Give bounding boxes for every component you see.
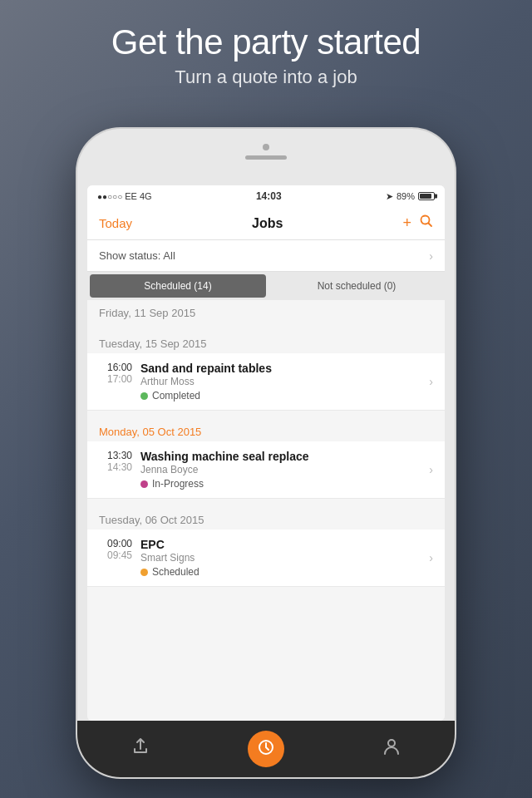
battery-fill [420, 194, 431, 199]
phone-notch [245, 144, 287, 160]
status-bar: ●●○○○ EE 4G 14:03 ➤ 89% [87, 185, 445, 207]
spacer-1 [87, 411, 445, 419]
status-left: ●●○○○ EE 4G [97, 191, 152, 201]
section-header-tue06: Tuesday, 06 Oct 2015 [87, 507, 445, 530]
signal-dots: ●●○○○ [97, 192, 122, 201]
jobs-scroll-area[interactable]: Friday, 11 Sep 2015 Tuesday, 15 Sep 2015… [87, 300, 445, 721]
page-title: Jobs [252, 216, 283, 231]
section-header-mon05: Monday, 05 Oct 2015 [87, 419, 445, 441]
promo-subheadline: Turn a quote into a job [0, 66, 532, 88]
battery-pct: 89% [397, 191, 415, 201]
nav-icons: + [402, 214, 433, 232]
job-start-washing: 13:30 [107, 450, 132, 461]
job-title-sand: Sand and repaint tables [140, 362, 421, 375]
job-start-epc: 09:00 [107, 538, 132, 549]
phone-frame: ●●○○○ EE 4G 14:03 ➤ 89% Today Jobs + [77, 129, 455, 777]
svg-line-1 [428, 224, 431, 227]
section-date-friday: Friday, 11 Sep 2015 [99, 307, 195, 319]
show-status-chevron: › [429, 249, 433, 263]
tab-scheduled[interactable]: Scheduled (14) [90, 274, 266, 298]
spacer-2 [87, 499, 445, 507]
tabs-bar: Scheduled (14) Not scheduled (0) [87, 272, 445, 300]
job-end-sand: 17:00 [107, 373, 132, 385]
job-person-washing: Jenna Boyce [140, 464, 421, 475]
add-icon[interactable]: + [402, 214, 411, 232]
svg-point-3 [388, 740, 395, 746]
tab-not-scheduled[interactable]: Not scheduled (0) [268, 272, 445, 300]
nav-bar: Today Jobs + [87, 207, 445, 240]
job-times-epc: 09:00 09:45 [99, 538, 132, 561]
speaker-bar [245, 155, 287, 160]
job-status-washing: In-Progress [140, 478, 421, 490]
arrow-icon: ➤ [386, 191, 393, 202]
show-status-label: Show status: All [99, 249, 175, 262]
status-dot-completed [140, 392, 148, 400]
today-button[interactable]: Today [99, 216, 132, 230]
section-date-mon05: Monday, 05 Oct 2015 [99, 426, 201, 438]
show-status-row[interactable]: Show status: All › [87, 240, 445, 272]
status-dot-scheduled [140, 569, 148, 576]
promo-text-area: Get the party started Turn a quote into … [0, 23, 532, 88]
section-header-tue15: Tuesday, 15 Sep 2015 [87, 331, 445, 353]
status-label-inprogress: In-Progress [152, 478, 204, 490]
job-card-sand-tables[interactable]: 16:00 17:00 Sand and repaint tables Arth… [87, 353, 445, 411]
job-card-washing[interactable]: 13:30 14:30 Washing machine seal replace… [87, 441, 445, 499]
job-end-epc: 09:45 [107, 549, 132, 561]
person-icon[interactable] [382, 737, 401, 761]
job-chevron-washing: › [429, 463, 433, 476]
job-title-epc: EPC [140, 538, 421, 551]
job-info-epc: EPC Smart Signs Scheduled [140, 538, 421, 578]
bottom-tab-share[interactable] [120, 728, 161, 770]
status-right: ➤ 89% [386, 191, 435, 202]
job-times-washing: 13:30 14:30 [99, 450, 132, 473]
job-card-epc[interactable]: 09:00 09:45 EPC Smart Signs Scheduled › [87, 530, 445, 587]
job-person-epc: Smart Signs [140, 552, 421, 564]
tab-not-scheduled-label: Not scheduled (0) [318, 280, 397, 292]
job-person-sand: Arthur Moss [140, 376, 421, 387]
status-label-completed: Completed [152, 390, 200, 401]
clock-button[interactable] [248, 731, 284, 767]
promo-headline: Get the party started [0, 23, 532, 62]
bottom-tab-bar [77, 721, 455, 777]
job-info-sand: Sand and repaint tables Arthur Moss Comp… [140, 362, 421, 401]
job-times-sand: 16:00 17:00 [99, 362, 132, 385]
share-icon[interactable] [131, 737, 150, 761]
clock-icon [258, 739, 274, 760]
job-chevron-epc: › [429, 551, 433, 564]
section-header-friday: Friday, 11 Sep 2015 [87, 300, 445, 323]
job-info-washing: Washing machine seal replace Jenna Boyce… [140, 450, 421, 490]
job-title-washing: Washing machine seal replace [140, 450, 421, 463]
section-date-tue15: Tuesday, 15 Sep 2015 [99, 337, 206, 350]
phone-screen: ●●○○○ EE 4G 14:03 ➤ 89% Today Jobs + [87, 185, 445, 721]
job-status-epc: Scheduled [140, 566, 421, 578]
status-dot-inprogress [140, 480, 148, 488]
status-time: 14:03 [256, 190, 282, 202]
battery-icon [418, 192, 435, 200]
carrier-label: EE 4G [125, 191, 151, 201]
section-date-tue06: Tuesday, 06 Oct 2015 [99, 514, 204, 526]
job-end-washing: 14:30 [107, 461, 132, 473]
job-start-sand: 16:00 [107, 362, 132, 373]
friday-spacer [87, 323, 445, 331]
job-chevron-sand: › [429, 375, 433, 388]
search-icon[interactable] [420, 214, 433, 232]
job-status-sand: Completed [140, 390, 421, 401]
camera-dot [263, 144, 269, 150]
status-label-scheduled: Scheduled [152, 566, 200, 578]
bottom-tab-person[interactable] [371, 728, 412, 770]
bottom-tab-clock[interactable] [245, 728, 287, 770]
tab-scheduled-label: Scheduled (14) [144, 280, 211, 292]
